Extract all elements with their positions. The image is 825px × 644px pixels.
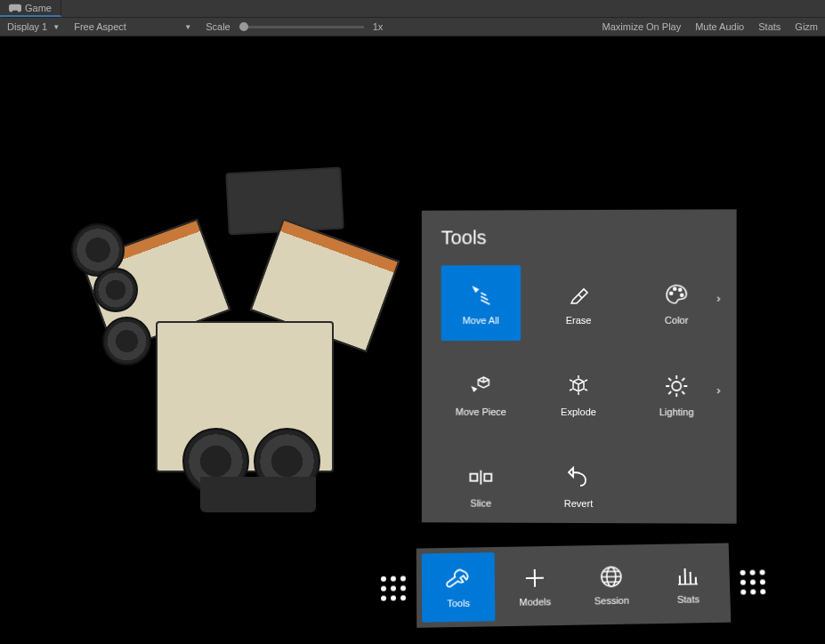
tool-label: Color	[665, 314, 688, 325]
pulley-icon	[93, 268, 138, 312]
slice-icon	[467, 463, 494, 490]
move-piece-icon	[467, 372, 494, 398]
chevron-right-icon: ›	[716, 292, 720, 305]
tool-color[interactable]: Color ›	[636, 265, 716, 341]
svg-point-1	[674, 287, 676, 290]
svg-point-4	[672, 382, 681, 390]
chevron-right-icon: ›	[716, 383, 720, 397]
move-all-icon	[467, 281, 494, 308]
globe-icon	[598, 563, 626, 590]
drag-dot-icon	[391, 595, 396, 600]
chevron-down-icon: ▼	[184, 23, 191, 31]
nav-session[interactable]: Session	[574, 550, 649, 620]
tool-move-all[interactable]: Move All	[441, 265, 521, 341]
stats-toggle[interactable]: Stats	[755, 21, 784, 32]
drag-dot-icon	[391, 576, 396, 582]
drag-dot-icon	[740, 570, 746, 576]
svg-rect-5	[470, 473, 477, 480]
tool-explode[interactable]: Explode	[538, 357, 619, 432]
tool-label: Move Piece	[456, 406, 506, 416]
game-toolbar: Display 1 ▼ Free Aspect ▼ Scale 1x Maxim…	[0, 18, 825, 36]
drag-dot-icon	[750, 589, 756, 594]
tool-label: Move All	[463, 315, 499, 326]
bottom-nav-wrapper: Tools Models Session	[381, 543, 771, 629]
tool-label: Revert	[564, 497, 593, 508]
tab-label: Game	[25, 3, 52, 13]
nav-label: Tools	[447, 598, 470, 608]
wrench-icon	[445, 566, 472, 592]
bar-chart-icon	[674, 562, 701, 589]
plus-icon	[522, 565, 548, 592]
drag-dot-icon	[400, 576, 406, 581]
drag-dot-icon	[759, 569, 764, 575]
nav-models[interactable]: Models	[498, 551, 572, 622]
tool-move-piece[interactable]: Move Piece	[441, 357, 521, 432]
nav-label: Stats	[677, 593, 700, 604]
tab-game[interactable]: Game	[0, 0, 61, 17]
tool-label: Slice	[470, 497, 491, 508]
display-dropdown[interactable]: Display 1 ▼	[4, 21, 63, 32]
tool-label: Lighting	[659, 407, 694, 417]
tool-slice[interactable]: Slice	[441, 448, 521, 524]
svg-point-2	[679, 288, 682, 291]
drag-dot-icon	[391, 586, 396, 592]
lighting-icon	[663, 373, 690, 399]
drag-handle-right[interactable]	[740, 569, 766, 594]
drag-dot-icon	[400, 595, 406, 600]
engine-model[interactable]	[67, 161, 423, 517]
tools-panel-title: Tools	[441, 225, 717, 249]
drag-dot-icon	[740, 590, 746, 595]
svg-point-3	[681, 294, 683, 296]
drag-dot-icon	[750, 580, 756, 585]
scale-control: Scale 1x	[202, 21, 386, 32]
tools-grid: Move All Erase	[441, 265, 717, 525]
aspect-dropdown[interactable]: Free Aspect ▼	[70, 21, 195, 32]
tool-lighting[interactable]: Lighting ›	[636, 357, 716, 432]
erase-icon	[565, 280, 592, 307]
tool-revert[interactable]: Revert	[538, 448, 619, 524]
scale-slider-handle[interactable]	[239, 22, 248, 31]
pulley-icon	[102, 317, 151, 366]
game-controller-icon	[9, 4, 21, 12]
engine-oilpan	[200, 477, 316, 512]
palette-icon	[663, 280, 690, 307]
tool-erase[interactable]: Erase	[538, 265, 619, 341]
drag-dot-icon	[381, 576, 386, 582]
nav-label: Models	[519, 596, 551, 608]
scale-slider[interactable]	[239, 26, 364, 28]
bottom-nav: Tools Models Session	[417, 543, 732, 628]
tab-bar: Game	[0, 0, 825, 18]
nav-label: Session	[594, 595, 629, 607]
nav-stats[interactable]: Stats	[651, 549, 725, 619]
drag-handle-left[interactable]	[381, 576, 406, 600]
game-view[interactable]: Tools Move All Erase	[0, 36, 825, 644]
mute-audio-toggle[interactable]: Mute Audio	[692, 21, 748, 32]
tool-label: Erase	[566, 314, 592, 325]
svg-point-0	[670, 292, 673, 294]
svg-rect-6	[484, 473, 491, 480]
revert-icon	[565, 463, 592, 490]
tools-panel: Tools Move All Erase	[422, 209, 737, 523]
drag-dot-icon	[381, 586, 386, 592]
drag-dot-icon	[749, 570, 755, 576]
gizmos-dropdown[interactable]: Gizm	[791, 21, 821, 32]
drag-dot-icon	[760, 589, 765, 594]
drag-dot-icon	[740, 580, 746, 585]
drag-dot-icon	[760, 579, 765, 584]
chevron-down-icon: ▼	[53, 23, 60, 31]
drag-dot-icon	[381, 596, 386, 601]
maximize-on-play-toggle[interactable]: Maximize On Play	[599, 21, 685, 32]
drag-dot-icon	[400, 585, 406, 591]
tool-label: Explode	[561, 406, 596, 416]
nav-tools[interactable]: Tools	[422, 552, 496, 623]
explode-icon	[565, 372, 592, 398]
